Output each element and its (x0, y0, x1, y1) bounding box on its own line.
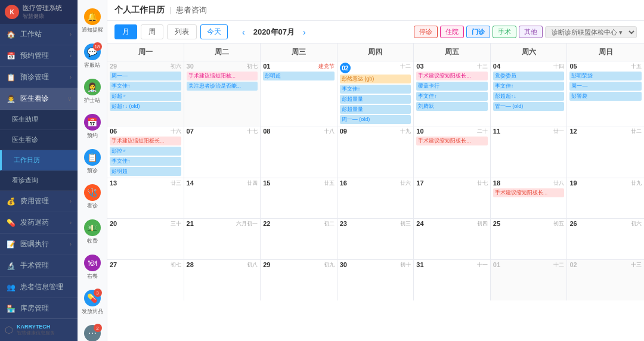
calendar-event[interactable]: 彭明超 (263, 72, 335, 80)
calendar-event[interactable]: 刘腾跃 (416, 102, 488, 111)
today-button[interactable]: 今天 (200, 24, 228, 39)
calendar-event[interactable]: 周一— (old) (340, 115, 411, 124)
tab-week[interactable]: 周 (141, 24, 163, 39)
tab-month[interactable]: 月 (114, 24, 137, 39)
sidebar-item-medical-exec[interactable]: 📝医嘱执行 › (0, 234, 78, 255)
calendar-event[interactable]: 关注患者诊治是否能... (187, 82, 258, 91)
calendar-event[interactable]: 管一— (old) (493, 102, 565, 111)
quick-more[interactable]: ⋯ 2 更多 (79, 321, 106, 341)
filter-inpatient[interactable]: 住院 (440, 26, 464, 38)
calendar-cell-4-7[interactable]: 26初六 (567, 219, 644, 259)
calendar-event[interactable]: 彭明荣袋 (569, 72, 642, 80)
calendar-cell-1-2[interactable]: 30初七手术建议缩短阳核...关注患者诊治是否能... (184, 61, 261, 126)
calendar-cell-4-4[interactable]: 23初三 (338, 219, 414, 259)
calendar-cell-4-3[interactable]: 22初二 (261, 219, 338, 259)
calendar-cell-5-6[interactable]: 01十二 (491, 260, 568, 300)
calendar-event[interactable]: 覆盖卡行 (416, 82, 488, 91)
quick-dispense[interactable]: 💊 3 发放药品 (79, 286, 106, 319)
calendar-event[interactable]: 手术建议缩短阳核... (187, 72, 258, 80)
calendar-cell-3-4[interactable]: 16廿六 (338, 178, 414, 218)
calendar-cell-1-3[interactable]: 01建党节彭明超 (261, 61, 338, 126)
filter-other[interactable]: 其他 (519, 26, 543, 38)
calendar-cell-5-7[interactable]: 02十三 (567, 260, 644, 300)
calendar-cell-5-2[interactable]: 28初八 (184, 260, 261, 300)
sidebar-item-prediag[interactable]: 📋预诊管理 › (0, 67, 78, 88)
calendar-cell-2-7[interactable]: 12廿二 (567, 126, 644, 178)
calendar-event[interactable]: 手术建议缩短阳板长... (493, 188, 565, 197)
sidebar-item-appointment[interactable]: 📅预约管理 › (0, 45, 78, 67)
calendar-cell-1-4[interactable]: 02十二彭然意达 (gb)李文佳↑彭超量量彭超量量周一— (old) (338, 61, 414, 126)
calendar-event[interactable]: 党委委员 (493, 72, 565, 80)
calendar-event[interactable]: 手术建议缩短阳板长... (416, 137, 488, 145)
sidebar-item-doctor-assist[interactable]: 医生助理 (0, 110, 78, 130)
quick-nurse[interactable]: 👩‍⚕️ 护士站 (79, 75, 106, 108)
calendar-event[interactable]: 彭警袋 (569, 92, 642, 101)
filter-stop-diagnosis[interactable]: 停诊 (414, 26, 438, 38)
calendar-event[interactable]: 彭超↑↓ (old) (110, 102, 181, 111)
calendar-cell-3-1[interactable]: 13廿三 (107, 178, 184, 218)
calendar-cell-1-5[interactable]: 03十三手术建议缩短阳板长...覆盖卡行李文佳↑刘腾跃 (414, 61, 491, 126)
calendar-event[interactable]: 周一— (110, 72, 181, 80)
calendar-cell-2-6[interactable]: 11廿一 (491, 126, 568, 178)
calendar-event[interactable]: 彭超量量 (340, 95, 411, 104)
clinic-selector[interactable]: 诊断诊所联盟体检中心 ▾ (545, 26, 637, 38)
sidebar-item-check-query[interactable]: 看诊查询 (0, 170, 78, 191)
calendar-cell-1-1[interactable]: 29初六周一—李文佳↑彭超♂彭超↑↓ (old) (107, 61, 184, 126)
calendar-cell-1-7[interactable]: 05十五彭明荣袋周一—彭警袋 (567, 61, 644, 126)
quick-cashier[interactable]: 💵 收费 (79, 216, 106, 249)
calendar-event[interactable]: 周一— (569, 82, 642, 91)
sidebar-item-surgery[interactable]: 🔬手术管理 (0, 255, 78, 277)
calendar-cell-3-6[interactable]: 18廿八手术建议缩短阳板长... (491, 178, 568, 218)
calendar-event[interactable]: 彭明超 (110, 167, 181, 176)
calendar-cell-2-5[interactable]: 10二十手术建议缩短阳板长... (414, 126, 491, 178)
sidebar-item-workstation[interactable]: 🏠工作站 › (0, 24, 78, 45)
calendar-event[interactable]: 李文佳↑ (110, 82, 181, 91)
calendar-event[interactable]: 彭超♂ (110, 92, 181, 101)
quick-dining[interactable]: 🍽 右餐 (79, 251, 106, 284)
calendar-cell-5-3[interactable]: 29初九 (261, 260, 338, 300)
sidebar-item-work-calendar[interactable]: 工作日历 (0, 150, 78, 170)
calendar-cell-3-2[interactable]: 14廿四 (184, 178, 261, 218)
calendar-event[interactable]: 彭超超↑↓ (493, 92, 565, 101)
calendar-cell-5-1[interactable]: 27初七 (107, 260, 184, 300)
calendar-cell-4-5[interactable]: 24初四 (414, 219, 491, 259)
next-month-arrow[interactable]: › (299, 26, 309, 38)
quick-appointment[interactable]: 📅 预约 (79, 110, 106, 143)
calendar-cell-4-2[interactable]: 21六月初一 (184, 219, 261, 259)
calendar-cell-2-4[interactable]: 09十九 (338, 126, 414, 178)
quick-diag[interactable]: 🩺 看诊 (79, 181, 106, 213)
calendar-cell-5-5[interactable]: 31十一 (414, 260, 491, 300)
calendar-event[interactable]: 彭超量量 (340, 105, 411, 114)
calendar-cell-2-2[interactable]: 07十七 (184, 126, 261, 178)
filter-outpatient[interactable]: 门诊 (466, 26, 490, 38)
filter-surgery[interactable]: 手术 (493, 26, 516, 38)
calendar-cell-2-3[interactable]: 08十八 (261, 126, 338, 178)
tab-list[interactable]: 列表 (167, 24, 197, 39)
calendar-event[interactable]: 手术建议缩短阳板长... (416, 72, 488, 80)
calendar-event[interactable]: 李文佳↑ (110, 157, 181, 166)
calendar-cell-3-7[interactable]: 19廿九 (567, 178, 644, 218)
calendar-cell-3-5[interactable]: 17廿七 (414, 178, 491, 218)
sidebar-item-patient[interactable]: 👥患者信息管理 (0, 277, 78, 298)
calendar-cell-4-1[interactable]: 20三十 (107, 219, 184, 259)
calendar-cell-5-4[interactable]: 30初十 (338, 260, 414, 300)
sidebar-item-doctor[interactable]: 👨‍⚕️医生看诊 ∨ (0, 88, 78, 110)
sidebar-item-doctor-diag[interactable]: 医生看诊 (0, 130, 78, 150)
calendar-cell-2-1[interactable]: 06十六手术建议缩短阳板长...彭控♂李文佳↑彭明超 (107, 126, 184, 178)
calendar-cell-4-6[interactable]: 25初五 (491, 219, 568, 259)
quick-prediag[interactable]: 📋 预诊 (79, 145, 106, 178)
calendar-event[interactable]: 手术建议缩短阳板长... (110, 137, 181, 145)
sidebar-item-warehouse[interactable]: 🏪库房管理 (0, 298, 78, 318)
sidebar-item-fee[interactable]: 💰费用管理 › (0, 191, 78, 212)
calendar-event[interactable]: 李文佳↑ (493, 82, 565, 91)
calendar-event[interactable]: 李文佳↑ (340, 85, 411, 94)
calendar-cell-1-6[interactable]: 04十四党委委员李文佳↑彭超超↑↓管一— (old) (491, 61, 568, 126)
calendar-event[interactable]: 彭然意达 (gb) (340, 75, 411, 83)
calendar-cell-3-3[interactable]: 15廿五 (261, 178, 338, 218)
quick-guest[interactable]: 💬 18 客服站 (79, 40, 106, 73)
calendar-event[interactable]: 彭控♂ (110, 147, 181, 156)
prev-month-arrow[interactable]: ‹ (239, 26, 249, 38)
calendar-event[interactable]: 李文佳↑ (416, 92, 488, 101)
sidebar-item-pharmacy[interactable]: 💊发药退药 › (0, 212, 78, 234)
quick-notify[interactable]: 🔔 通知提醒 (79, 5, 106, 38)
